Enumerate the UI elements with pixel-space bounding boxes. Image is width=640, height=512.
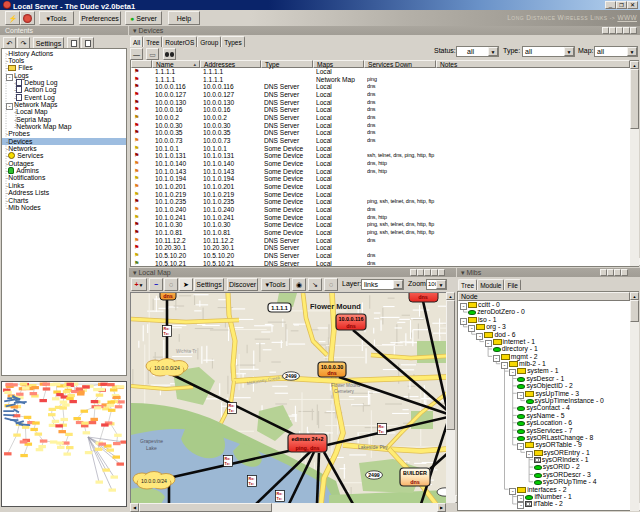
svg-text:dns: dns: [410, 479, 420, 485]
svg-text:ping, dns: ping, dns: [296, 445, 320, 451]
svg-text:BUILDER: BUILDER: [403, 470, 427, 476]
svg-text:10.0.0.116: 10.0.0.116: [338, 316, 363, 322]
svg-text:10.0.0.0/24: 10.0.0.0/24: [141, 478, 167, 484]
svg-text:Rx:: Rx:: [229, 404, 235, 408]
svg-text:Rx:: Rx:: [249, 477, 255, 481]
svg-text:Tx:: Tx:: [379, 430, 385, 434]
svg-text:1.1.1.1: 1.1.1.1: [271, 305, 288, 311]
svg-text:Tx:: Tx:: [277, 497, 283, 501]
svg-text:edimax 24+2: edimax 24+2: [291, 436, 323, 442]
svg-text:Rx:: Rx:: [379, 425, 385, 429]
svg-text:Lakeside Pky: Lakeside Pky: [358, 444, 388, 450]
svg-text:dns: dns: [163, 293, 173, 299]
svg-text:Wichita Tr: Wichita Tr: [176, 349, 197, 354]
svg-text:Lake: Lake: [146, 445, 157, 451]
svg-text:Tx:: Tx:: [249, 482, 255, 486]
svg-text:dns: dns: [418, 294, 428, 300]
svg-text:dns: dns: [327, 370, 337, 376]
svg-text:Tx:: Tx:: [164, 332, 170, 336]
svg-text:2499: 2499: [368, 472, 380, 478]
svg-text:10.0.0.0/24: 10.0.0.0/24: [154, 365, 180, 371]
svg-text:Rx:: Rx:: [277, 492, 283, 496]
svg-text:Tx:: Tx:: [229, 409, 235, 413]
svg-text:Grapevine: Grapevine: [140, 438, 163, 444]
svg-text:Tx:: Tx:: [225, 462, 231, 466]
svg-text:dns: dns: [346, 323, 356, 329]
svg-text:Rx:: Rx:: [164, 327, 170, 331]
svg-text:Rx:: Rx:: [225, 457, 231, 461]
svg-text:Cemetery: Cemetery: [334, 389, 355, 394]
svg-text:2499: 2499: [285, 373, 297, 379]
svg-text:Flower Mound: Flower Mound: [310, 302, 361, 311]
